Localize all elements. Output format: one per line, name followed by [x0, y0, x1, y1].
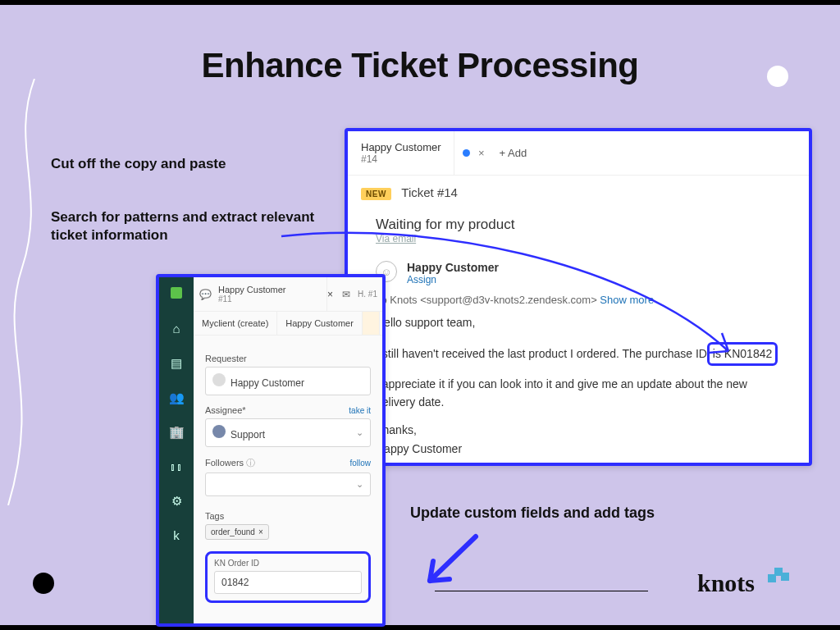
chevron-down-icon: ⌄	[356, 427, 363, 438]
tag-remove-icon[interactable]: ×	[258, 527, 263, 536]
tab-add-button[interactable]: + Add	[500, 147, 527, 159]
followers-label-txt: Followers	[205, 458, 244, 468]
subtab-myclient[interactable]: Myclient (create)	[194, 312, 277, 335]
tab-ticket-id: #14	[361, 153, 442, 165]
msg-signature: Happy Customer	[376, 441, 789, 459]
tab-customer-name: Happy Customer	[361, 141, 442, 153]
mail-icon[interactable]: ✉	[338, 289, 354, 300]
extracted-order-id: is KN01842	[707, 342, 778, 367]
assignee-value: Support	[231, 429, 265, 441]
form-tab-truncated[interactable]: H. #1	[358, 290, 377, 299]
assignee-avatar-icon	[212, 425, 226, 438]
caption-search-patterns: Search for patterns and extract relevant…	[51, 208, 330, 244]
follow-link[interactable]: follow	[349, 459, 371, 468]
settings-icon[interactable]: ⚙	[168, 494, 185, 510]
ticket-via: Via email	[376, 233, 789, 244]
msg-signoff: Thanks,	[376, 422, 789, 440]
ticket-body: Waiting for my product Via email ☺ Happy…	[348, 205, 809, 466]
decor-dot-white	[767, 66, 788, 87]
apps-icon[interactable]: k	[168, 528, 185, 545]
sender-name: Happy Customer	[407, 261, 499, 274]
requester-label: Requester	[205, 354, 371, 363]
subtab-customer[interactable]: Happy Customer	[277, 312, 363, 335]
ticket-tabstrip: Happy Customer #14 × + Add	[348, 131, 809, 176]
arrow-update-icon	[418, 530, 484, 596]
speech-icon: 💬	[199, 289, 212, 300]
tags-field[interactable]: order_found ×	[205, 524, 371, 540]
ticket-subject: Waiting for my product	[376, 217, 789, 233]
tag-text: order_found	[211, 527, 255, 536]
show-more-link[interactable]: Show more	[600, 294, 654, 306]
order-id-input[interactable]: 01842	[214, 571, 362, 594]
tag-pill[interactable]: order_found ×	[205, 524, 269, 540]
form-tab-name: Happy Customer	[218, 285, 320, 294]
slide-top-bar	[0, 0, 840, 5]
followers-field[interactable]: ⌄	[205, 472, 371, 496]
requester-label-text: Requester	[205, 354, 247, 363]
message-body: Hello support team, I still haven't rece…	[376, 314, 789, 459]
caption-update-fields: Update custom fields and add tags	[410, 504, 655, 522]
followers-label-text: Followers ⓘ	[205, 457, 255, 469]
caption-cut-copy-paste: Cut off the copy and paste	[51, 156, 226, 172]
chevron-down-icon: ⌄	[356, 479, 363, 490]
users-icon[interactable]: 👥	[168, 390, 185, 407]
msg-line-order: I still haven't received the last produc…	[376, 342, 789, 367]
to-address: To Knots <support@d3v-knots2.zendesk.com…	[376, 294, 597, 306]
form-tab-active[interactable]: Happy Customer #11	[212, 277, 327, 311]
requester-avatar-icon	[212, 373, 226, 386]
assign-link[interactable]: Assign	[407, 274, 499, 285]
page-title: Enhance Ticket Processing	[0, 46, 840, 85]
ticket-form: 💬 Happy Customer #11 × ✉ H. #1 Myclient …	[194, 277, 382, 623]
decor-squiggle	[2, 79, 51, 505]
form-subtabs: Myclient (create) Happy Customer	[194, 312, 382, 336]
take-it-link[interactable]: take it	[349, 406, 371, 415]
app-nav-rail: ⌂ ▤ 👥 🏢 ⫾⫾ ⚙ k	[159, 277, 194, 623]
ticket-number: Ticket #14	[401, 185, 458, 199]
msg-before-id: I still haven't received the last produc…	[376, 347, 710, 360]
requester-field[interactable]: Happy Customer	[205, 367, 371, 395]
ticket-status-badge: NEW	[361, 188, 391, 200]
form-tabstrip: 💬 Happy Customer #11 × ✉ H. #1	[194, 277, 382, 312]
ticket-tab-active[interactable]: Happy Customer #14	[356, 131, 454, 175]
org-icon[interactable]: 🏢	[168, 425, 185, 441]
tab-unread-indicator-icon	[463, 149, 470, 157]
info-icon[interactable]: ⓘ	[246, 458, 255, 468]
kn-order-id-field-highlight: KN Order ID 01842	[205, 551, 371, 603]
form-tab-close-button[interactable]: ×	[327, 289, 333, 300]
message-to-line: To Knots <support@d3v-knots2.zendesk.com…	[376, 294, 789, 306]
tab-close-button[interactable]: ×	[478, 147, 485, 159]
msg-greeting: Hello support team,	[376, 314, 789, 332]
home-icon[interactable]: ⌂	[168, 322, 185, 338]
followers-label: Followers ⓘ follow	[205, 457, 371, 469]
reports-icon[interactable]: ⫾⫾	[168, 459, 185, 476]
ticket-header: NEW Ticket #14	[348, 176, 809, 205]
order-id-label: KN Order ID	[214, 559, 362, 568]
requester-value: Happy Customer	[231, 377, 304, 389]
brand-underline	[435, 591, 648, 591]
decor-dot-black	[33, 573, 54, 594]
brand-logo-icon	[769, 566, 789, 581]
msg-line-followup: I appreciate it if you can look into it …	[376, 376, 789, 411]
ticket-message-panel: Happy Customer #14 × + Add NEW Ticket #1…	[345, 128, 812, 466]
app-logo-icon[interactable]	[171, 287, 182, 299]
tags-label: Tags	[205, 511, 371, 521]
assignee-field[interactable]: Support ⌄	[205, 418, 371, 447]
inbox-icon[interactable]: ▤	[168, 356, 185, 372]
form-tab-id: #11	[218, 294, 320, 304]
assignee-label-text: Assignee*	[205, 405, 246, 415]
slide-bottom-bar	[0, 625, 840, 630]
subtab-new-indicator[interactable]	[363, 312, 380, 335]
brand-wordmark: knots	[697, 569, 755, 597]
assignee-label: Assignee* take it	[205, 405, 371, 415]
ticket-form-panel: ⌂ ▤ 👥 🏢 ⫾⫾ ⚙ k 💬 Happy Customer #11 × ✉ …	[156, 274, 386, 627]
